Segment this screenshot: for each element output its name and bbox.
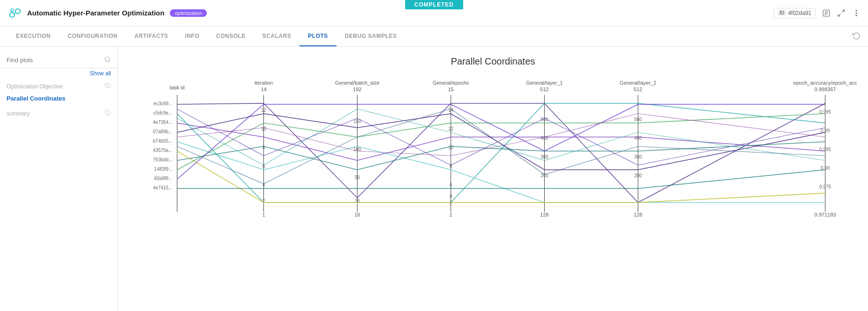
sidebar-search-container	[0, 54, 117, 68]
tabs-bar: EXECUTION CONFIGURATION ARTIFACTS INFO C…	[0, 26, 868, 47]
task-id-0: ec3c69...	[153, 101, 173, 106]
axis-val-layer1-bottom: 128	[540, 212, 548, 217]
main-content: Parallel Coordinates ec3c69... c5dc9e...…	[118, 47, 868, 311]
svg-point-1	[15, 9, 20, 14]
svg-line-8	[842, 10, 845, 12]
tab-debug-samples[interactable]: DEBUG SAMPLES	[336, 26, 405, 46]
task-id-2: 4e7354...	[153, 120, 173, 125]
svg-line-2	[14, 12, 16, 14]
tab-configuration[interactable]: CONFIGURATION	[59, 26, 126, 46]
eye-off-icon-optimization[interactable]	[104, 82, 111, 90]
task-id-1: c5dc9e...	[153, 110, 173, 116]
id-badge: ID 4f02da91	[773, 8, 816, 18]
app-logo-icon	[7, 6, 22, 21]
svg-text:500: 500	[634, 117, 642, 122]
app-title: Automatic Hyper-Parameter Optimization	[27, 9, 164, 17]
axis-val-epochs-top: 15	[448, 87, 453, 92]
svg-text:12: 12	[448, 126, 454, 131]
id-prefix: ID	[778, 10, 786, 16]
axis-val-layer2-top: 512	[634, 87, 642, 92]
tab-console[interactable]: CONSOLE	[208, 26, 254, 46]
description-button[interactable]	[822, 9, 831, 17]
svg-line-9	[838, 14, 840, 16]
svg-text:50: 50	[355, 175, 360, 180]
sidebar-section-summary-label: summary	[7, 110, 29, 117]
sidebar-section-summary: summary	[0, 105, 117, 119]
svg-point-13	[105, 57, 109, 61]
svg-text:300: 300	[634, 154, 642, 159]
svg-line-14	[109, 61, 110, 62]
svg-text:200: 200	[634, 173, 642, 178]
svg-text:300: 300	[540, 154, 548, 159]
svg-point-12	[856, 15, 857, 16]
main-layout: Show all Optimization Objective Parallel…	[0, 47, 868, 311]
task-id-5: 43570a...	[153, 148, 173, 153]
axis-label-layer2: General/layer_2	[620, 80, 656, 86]
app-tag: optimization	[170, 9, 207, 17]
axis-val-layer1-top: 512	[540, 87, 548, 92]
task-id-3: 07a89b...	[153, 129, 173, 134]
parallel-coordinates-chart: ec3c69... c5dc9e... 4e7354... 07a89b... …	[129, 76, 857, 235]
svg-text:10: 10	[261, 126, 267, 131]
tabs-right-actions	[852, 31, 861, 42]
svg-text:0.975: 0.975	[819, 184, 831, 189]
svg-text:0.99: 0.99	[821, 128, 830, 133]
tab-scalars[interactable]: SCALARS	[254, 26, 300, 46]
axis-label-accuracy: epoch_accuracy/epoch_acc	[793, 80, 857, 86]
sidebar-section-optimization-label: Optimization Objective	[7, 83, 63, 90]
svg-text:12: 12	[261, 108, 267, 113]
svg-text:10: 10	[448, 145, 454, 150]
tab-execution[interactable]: EXECUTION	[7, 26, 59, 46]
axis-val-batch-top: 192	[353, 87, 361, 92]
svg-text:400: 400	[634, 136, 642, 141]
refresh-icon[interactable]	[852, 33, 861, 41]
sidebar-section-optimization: Optimization Objective	[0, 78, 117, 92]
axis-val-iter-top: 14	[261, 87, 266, 92]
axis-val-epochs-bottom: 2	[449, 212, 452, 217]
sidebar: Show all Optimization Objective Parallel…	[0, 47, 118, 311]
tab-plots[interactable]: PLOTS	[299, 26, 336, 46]
eye-off-icon-summary[interactable]	[104, 109, 111, 117]
axis-val-acc-bottom: 0.971183	[815, 212, 836, 217]
svg-text:4: 4	[450, 194, 452, 199]
axis-label-task-id: task id	[170, 85, 185, 90]
app-id: 4f02da91	[788, 10, 811, 16]
axis-val-iter-bottom: 1	[262, 212, 265, 217]
search-input[interactable]	[7, 57, 104, 64]
task-id-9: 4e7415...	[153, 185, 173, 190]
completed-badge: COMPLETED	[405, 0, 463, 9]
search-icon	[104, 56, 111, 64]
axis-label-epochs: General/epochs	[433, 80, 469, 86]
svg-point-3	[11, 9, 14, 12]
axis-label-iteration: iteration	[255, 80, 273, 86]
show-all-link[interactable]: Show all	[0, 68, 117, 78]
tab-artifacts[interactable]: ARTIFACTS	[126, 26, 176, 46]
more-menu-button[interactable]	[852, 9, 861, 17]
top-bar-actions: ID 4f02da91	[773, 8, 861, 18]
chart-container: ec3c69... c5dc9e... 4e7354... 07a89b... …	[129, 76, 857, 237]
axis-val-acc-top: 0.998367	[815, 87, 836, 92]
fullscreen-button[interactable]	[837, 9, 846, 17]
svg-point-11	[856, 13, 857, 14]
svg-text:0.985: 0.985	[819, 147, 831, 152]
coord-line-9	[177, 170, 825, 188]
chart-title: Parallel Coordinates	[129, 56, 857, 67]
axis-label-layer1: General/layer_1	[526, 80, 562, 86]
coord-line-7	[177, 114, 825, 170]
sidebar-item-parallel-coordinates[interactable]: Parallel Coordinates	[0, 92, 117, 105]
svg-point-10	[856, 10, 857, 11]
axis-label-batch: General/batch_size	[335, 80, 379, 86]
axis-val-batch-bottom: 16	[354, 212, 360, 217]
axis-val-layer2-bottom: 128	[634, 212, 642, 217]
task-id-4: b74b55...	[153, 138, 173, 144]
svg-point-0	[10, 13, 15, 17]
svg-text:8: 8	[263, 145, 265, 150]
task-id-7: 1483f9...	[154, 166, 173, 172]
svg-text:6: 6	[450, 182, 452, 188]
coord-line-3	[177, 114, 825, 170]
tab-info[interactable]: INFO	[176, 26, 208, 46]
task-id-8: 60a9f9...	[154, 176, 173, 181]
task-id-6: 763bdd...	[153, 157, 173, 162]
